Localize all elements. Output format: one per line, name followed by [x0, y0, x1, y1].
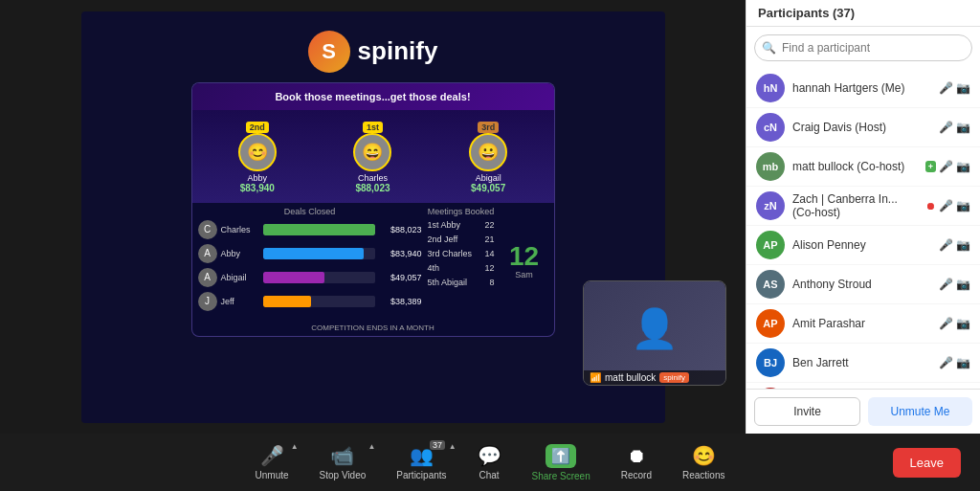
participant-row: zN Zach | Canberra In... (Co-host) ⏺ 🎤 📷: [746, 187, 980, 226]
participant-row: AP Alison Penney 🎤 📷: [746, 226, 980, 265]
sam-label: Sam: [515, 270, 533, 279]
cam-icon: 📷: [956, 160, 970, 173]
m5-count: 8: [489, 278, 494, 287]
record-icon: ⏺: [627, 445, 646, 467]
m2-count: 21: [484, 234, 494, 244]
participant-name: Anthony Stroud: [792, 278, 931, 291]
mic-icon: 🎤: [939, 121, 953, 134]
mic-muted-icon: 🎤: [939, 356, 953, 369]
cam-muted-icon: 📷: [956, 238, 970, 252]
jeff-value: $38,389: [379, 297, 422, 306]
record-icon: ⏺: [925, 200, 936, 212]
bar-row-jeff: J Jeff $38,389: [198, 292, 422, 311]
leaderboard-tagline: Book those meetings...get those deals!: [192, 83, 554, 110]
chat-icon: 💬: [478, 444, 501, 467]
cam-icon: 📷: [956, 278, 970, 291]
participant-avatar: hN: [756, 74, 785, 102]
screen-share: S spinify Book those meetings...get thos…: [81, 11, 665, 423]
m4-name: 4th: [428, 263, 440, 273]
participant-name: hannah Hartgers (Me): [792, 81, 931, 95]
abby-name: Abby: [221, 249, 259, 258]
1st-place: 1st 😄 Charles $88,023: [334, 120, 411, 193]
rank-2: 2nd: [246, 122, 269, 133]
webcam-person-icon: 👤: [584, 288, 725, 370]
search-input[interactable]: [754, 34, 972, 61]
participant-avatar: cN: [756, 113, 785, 142]
share-screen-button[interactable]: ⬆️ Share Screen: [517, 438, 606, 487]
right-panel: Participants (37) 🔍 hN hannah Hartgers (…: [746, 0, 980, 434]
record-label: Record: [621, 470, 652, 480]
leave-button[interactable]: Leave: [893, 448, 961, 478]
record-button[interactable]: ⏺ Record: [606, 439, 667, 486]
unmute-label: Unmute: [256, 470, 289, 480]
m1-name: 1st Abby: [428, 220, 461, 230]
jeff-name: Jeff: [221, 297, 259, 306]
1st-name: Charles: [358, 173, 388, 183]
meetings-chart: Meetings Booked 1st Abby 22 2nd Jeff 21: [428, 207, 495, 316]
m4-count: 12: [484, 263, 494, 273]
sam-count: 12: [509, 243, 539, 270]
participants-list: hN hannah Hartgers (Me) 🎤 📷 cN Craig Dav…: [746, 69, 980, 389]
rank-1: 1st: [363, 122, 383, 133]
video-area: S spinify Book those meetings...get thos…: [0, 0, 746, 434]
panel-footer: Invite Unmute Me: [746, 389, 980, 434]
abigail-avatar: A: [198, 268, 217, 287]
participant-row: cN Craig Davis (Host) 🎤 📷: [746, 108, 980, 147]
participant-row: mb matt bullock (Co-host) + 🎤 📷: [746, 147, 980, 187]
cam-icon: 📷: [956, 199, 970, 212]
participant-avatar: BJ: [756, 348, 785, 377]
spinify-logo-area: S spinify: [308, 31, 438, 73]
3rd-amount: $49,057: [471, 183, 505, 193]
participant-name: Alison Penney: [792, 238, 931, 252]
mic-icon: 🎤: [939, 238, 953, 252]
participant-avatar: zN: [756, 191, 785, 220]
participant-row: BJ Ben Jarrett 🎤 📷: [746, 344, 980, 383]
share-screen-icon: ⬆️: [546, 444, 576, 468]
m3-count: 14: [484, 249, 494, 258]
participant-name: Craig Davis (Host): [792, 121, 931, 134]
participant-avatar: AP: [756, 309, 785, 338]
m5-name: 5th Abigail: [428, 278, 468, 287]
3rd-avatar: 😀: [469, 133, 507, 171]
competition-footer: COMPETITION ENDS IN A MONTH: [192, 320, 554, 336]
mic-muted-icon: 🎤: [939, 317, 953, 330]
2nd-amount: $83,940: [240, 183, 275, 193]
participant-name: Zach | Canberra In... (Co-host): [792, 192, 918, 219]
m2-name: 2nd Jeff: [428, 234, 458, 244]
invite-button[interactable]: Invite: [754, 397, 860, 426]
spinify-brand: spinify: [358, 36, 438, 66]
3rd-name: Abigail: [476, 173, 501, 183]
abby-value: $83,940: [379, 249, 422, 258]
mic-icon: 🎤: [939, 160, 953, 173]
sam-highlight: 12 Sam: [501, 207, 548, 316]
deals-chart: Deals Closed C Charles $88,023 A Abby: [198, 207, 422, 316]
spinify-logo-icon: S: [308, 31, 350, 73]
participants-button[interactable]: 👥 37 Participants ▲: [381, 438, 461, 486]
abby-avatar: A: [198, 244, 217, 263]
mic-icon: 🎤: [939, 278, 953, 291]
participant-name: Ben Jarrett: [792, 356, 931, 369]
stop-video-button[interactable]: 📹 Stop Video ▲: [304, 438, 382, 486]
chat-button[interactable]: 💬 Chat: [462, 438, 517, 486]
2nd-place: 2nd 😊 Abby $83,940: [219, 120, 296, 193]
participant-row: AP Amit Parashar 🎤 📷: [746, 304, 980, 344]
participant-avatar: mb: [756, 152, 785, 181]
1st-amount: $88,023: [355, 183, 390, 193]
reactions-icon: 😊: [692, 444, 716, 467]
cam-icon: 📷: [956, 121, 970, 134]
top-3-players: 2nd 😊 Abby $83,940 1st 😄 Charles $88,023…: [192, 110, 554, 203]
search-box: 🔍: [754, 34, 972, 61]
chevron-up-icon: ▲: [291, 442, 299, 451]
toolbar: 🎤 Unmute ▲ 📹 Stop Video ▲ 👥 37 Participa…: [0, 434, 980, 491]
unmute-button[interactable]: 🎤 Unmute ▲: [240, 438, 304, 486]
charles-value: $88,023: [379, 225, 422, 234]
share-screen-label: Share Screen: [532, 471, 590, 481]
reactions-button[interactable]: 😊 Reactions: [667, 438, 740, 486]
participants-label: Participants: [396, 470, 446, 480]
search-icon: 🔍: [762, 41, 776, 55]
mic-muted-icon: 🎤: [939, 81, 953, 95]
abigail-value: $49,057: [379, 273, 422, 282]
m3-name: 3rd Charles: [428, 249, 473, 258]
unmute-me-button[interactable]: Unmute Me: [868, 397, 972, 426]
cam-muted-icon: 📷: [956, 317, 970, 330]
